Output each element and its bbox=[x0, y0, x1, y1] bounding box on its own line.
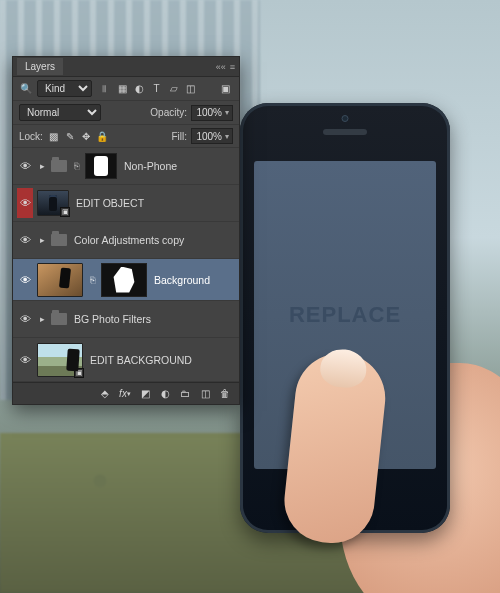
panel-collapse-icon[interactable]: «« bbox=[216, 62, 226, 72]
layer-name[interactable]: EDIT BACKGROUND bbox=[87, 354, 235, 366]
filter-smart-icon[interactable]: ◫ bbox=[183, 81, 198, 96]
visibility-toggle[interactable]: 👁 bbox=[17, 265, 33, 295]
search-icon[interactable]: 🔍 bbox=[19, 82, 33, 96]
screen-watermark: RePLACE bbox=[289, 302, 401, 328]
filter-toggle-icon[interactable]: ▣ bbox=[218, 81, 233, 96]
filter-pixel-icon[interactable]: ▦ bbox=[115, 81, 130, 96]
layer-thumb[interactable] bbox=[37, 263, 83, 297]
layers-panel: Layers «« ≡ 🔍 Kind ⦀ ▦ ◐ T ▱ ◫ ▣ Normal … bbox=[12, 56, 240, 405]
folder-icon bbox=[51, 234, 67, 246]
filter-row: 🔍 Kind ⦀ ▦ ◐ T ▱ ◫ ▣ bbox=[13, 77, 239, 101]
visibility-toggle[interactable]: 👁 bbox=[17, 225, 33, 255]
lock-transparent-icon[interactable]: ▩ bbox=[47, 129, 61, 143]
new-layer-button[interactable]: ◫ bbox=[196, 386, 214, 402]
layer-mask-thumb[interactable] bbox=[101, 263, 147, 297]
smartobject-badge-icon: ▣ bbox=[74, 368, 84, 378]
disclosure-icon[interactable]: ▸ bbox=[37, 161, 47, 171]
opacity-label: Opacity: bbox=[150, 107, 187, 118]
filter-type-icon[interactable]: T bbox=[149, 81, 164, 96]
filter-adjust-icon[interactable]: ◐ bbox=[132, 81, 147, 96]
visibility-toggle[interactable]: 👁 bbox=[17, 345, 33, 375]
lock-position-icon[interactable]: ✥ bbox=[79, 129, 93, 143]
opacity-value: 100% bbox=[196, 107, 222, 118]
phone-camera-icon bbox=[342, 115, 349, 122]
layers-tab[interactable]: Layers bbox=[17, 58, 63, 75]
chevron-down-icon: ▾ bbox=[225, 132, 229, 141]
panel-footer: ⬘ fx▾ ◩ ◐ 🗀 ◫ 🗑 bbox=[13, 382, 239, 404]
layer-name[interactable]: EDIT OBJECT bbox=[73, 197, 235, 209]
kind-filter-select[interactable]: Kind bbox=[37, 80, 92, 97]
eye-icon: 👁 bbox=[20, 274, 31, 286]
filter-type-buttons: ▦ ◐ T ▱ ◫ bbox=[115, 81, 198, 96]
opacity-field[interactable]: 100% ▾ bbox=[191, 105, 233, 121]
link-icon: ⎘ bbox=[71, 161, 81, 171]
visibility-toggle[interactable]: 👁 bbox=[17, 304, 33, 334]
visibility-toggle[interactable]: 👁 bbox=[17, 151, 33, 181]
visibility-toggle[interactable]: 👁 bbox=[17, 188, 33, 218]
link-layers-button[interactable]: ⬘ bbox=[96, 386, 114, 402]
lock-label: Lock: bbox=[19, 131, 43, 142]
disclosure-icon[interactable]: ▸ bbox=[37, 314, 47, 324]
lock-pixels-icon[interactable]: ✎ bbox=[63, 129, 77, 143]
eye-icon: 👁 bbox=[20, 313, 31, 325]
add-adjustment-button[interactable]: ◐ bbox=[156, 386, 174, 402]
layer-name[interactable]: Background bbox=[151, 274, 235, 286]
layer-mask-thumb[interactable] bbox=[85, 153, 117, 179]
add-mask-button[interactable]: ◩ bbox=[136, 386, 154, 402]
lock-row: Lock: ▩ ✎ ✥ 🔒 Fill: 100% ▾ bbox=[13, 125, 239, 148]
layer-thumb[interactable]: ▣ bbox=[37, 343, 83, 377]
blend-row: Normal Opacity: 100% ▾ bbox=[13, 101, 239, 125]
panel-tabbar: Layers «« ≡ bbox=[13, 57, 239, 77]
layer-row-bg-filters[interactable]: 👁 ▸ BG Photo Filters bbox=[13, 301, 239, 338]
layer-name[interactable]: Non-Phone bbox=[121, 160, 235, 172]
phone-speaker-icon bbox=[323, 129, 367, 135]
lock-all-icon[interactable]: 🔒 bbox=[95, 129, 109, 143]
layer-row-background[interactable]: 👁 ⎘ Background bbox=[13, 259, 239, 301]
layer-row-edit-object[interactable]: 👁 ▣ EDIT OBJECT bbox=[13, 185, 239, 222]
layer-row-non-phone[interactable]: 👁 ▸ ⎘ Non-Phone bbox=[13, 148, 239, 185]
layer-name[interactable]: BG Photo Filters bbox=[71, 313, 235, 325]
divider-icon: ⦀ bbox=[96, 81, 111, 96]
blend-mode-select[interactable]: Normal bbox=[19, 104, 101, 121]
hand-holding-phone: RePLACE bbox=[200, 103, 500, 593]
smartobject-badge-icon: ▣ bbox=[60, 207, 70, 217]
link-icon: ⎘ bbox=[87, 275, 97, 285]
eye-icon: 👁 bbox=[20, 354, 31, 366]
fx-button[interactable]: fx▾ bbox=[116, 386, 134, 402]
disclosure-icon[interactable]: ▸ bbox=[37, 235, 47, 245]
fill-label: Fill: bbox=[171, 131, 187, 142]
delete-layer-button[interactable]: 🗑 bbox=[216, 386, 234, 402]
filter-shape-icon[interactable]: ▱ bbox=[166, 81, 181, 96]
folder-icon bbox=[51, 160, 67, 172]
layer-row-edit-background[interactable]: 👁 ▣ EDIT BACKGROUND bbox=[13, 338, 239, 382]
folder-icon bbox=[51, 313, 67, 325]
new-group-button[interactable]: 🗀 bbox=[176, 386, 194, 402]
chevron-down-icon: ▾ bbox=[225, 108, 229, 117]
eye-icon: 👁 bbox=[20, 197, 31, 209]
layer-name[interactable]: Color Adjustments copy bbox=[71, 234, 235, 246]
panel-menu-icon[interactable]: ≡ bbox=[230, 62, 235, 72]
fill-value: 100% bbox=[196, 131, 222, 142]
eye-icon: 👁 bbox=[20, 160, 31, 172]
layer-list: 👁 ▸ ⎘ Non-Phone 👁 ▣ EDIT OBJECT 👁 ▸ Colo… bbox=[13, 148, 239, 382]
eye-icon: 👁 bbox=[20, 234, 31, 246]
layer-thumb[interactable]: ▣ bbox=[37, 190, 69, 216]
layer-row-color-adjustments[interactable]: 👁 ▸ Color Adjustments copy bbox=[13, 222, 239, 259]
fill-field[interactable]: 100% ▾ bbox=[191, 128, 233, 144]
